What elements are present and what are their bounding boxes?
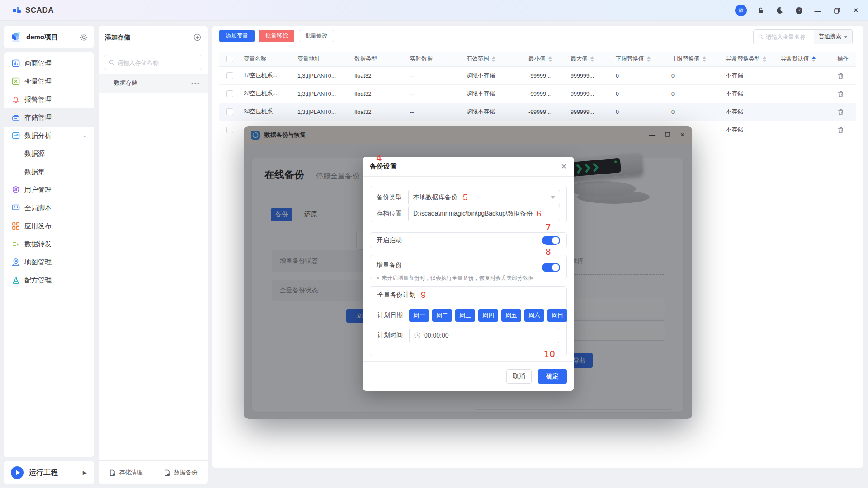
cancel-button[interactable]: 取消 xyxy=(506,369,532,384)
run-expand-arrow-icon[interactable]: ▶ xyxy=(83,469,87,476)
incremental-group: 8 增量备份 未开启增量备份时，仅会执行全量备份，恢复时会丢失部分数据 xyxy=(370,255,567,279)
file-backup-icon xyxy=(164,469,170,476)
sort-icon[interactable] xyxy=(548,56,552,62)
lock-icon[interactable] xyxy=(756,5,766,15)
sidebar-item-map-mgmt[interactable]: 地图管理 xyxy=(4,253,94,271)
row-checkbox[interactable] xyxy=(226,72,233,79)
sidebar-item-recipe-mgmt[interactable]: 配方管理 xyxy=(4,271,94,289)
plan-time-input[interactable]: 00:00:00 xyxy=(409,328,559,343)
sort-icon[interactable] xyxy=(703,56,706,62)
variable-search-input[interactable] xyxy=(766,34,809,40)
table-row: 3#空压机系... 1;3;t|PLANT0... float32 -- 超限不… xyxy=(219,103,856,121)
sidebar-item-user-mgmt[interactable]: 用户管理 xyxy=(4,181,94,199)
annotation-9: 9 xyxy=(421,290,426,300)
batch-edit-button[interactable]: 批量修改 xyxy=(299,30,334,42)
delete-row-trash-icon[interactable] xyxy=(837,127,844,134)
window-close-button[interactable]: ✕ xyxy=(680,131,685,138)
project-name: demo项目 xyxy=(26,33,75,42)
search-icon xyxy=(109,59,115,66)
plan-time-label: 计划时间 xyxy=(377,331,409,339)
add-storage-plus-icon[interactable] xyxy=(193,33,201,41)
backup-type-group: 备份类型 本地数据库备份 5 存档位置 D:\scada\mnmagic\bin… xyxy=(370,186,567,222)
sort-icon-active-asc[interactable] xyxy=(812,56,816,62)
add-variable-button[interactable]: 添加变量 xyxy=(219,30,255,42)
window-minimize-button[interactable]: — xyxy=(649,131,655,138)
day-friday-button[interactable]: 周五 xyxy=(501,309,521,322)
storage-list-item[interactable]: 数据存储 ••• xyxy=(99,74,208,93)
sidebar-item-storage-mgmt[interactable]: 存储管理 xyxy=(4,108,94,127)
sort-icon[interactable] xyxy=(590,56,594,62)
startup-toggle-on[interactable] xyxy=(542,236,560,245)
batch-remove-button[interactable]: 批量移除 xyxy=(259,30,294,42)
storage-search-input[interactable] xyxy=(118,59,197,66)
search-mode-select[interactable]: 普通搜索 xyxy=(814,30,852,44)
plan-date-label: 计划日期 xyxy=(377,311,409,319)
svg-text:?: ? xyxy=(797,8,800,13)
online-backup-heading: 在线备份 xyxy=(264,168,304,182)
delete-row-trash-icon[interactable] xyxy=(837,108,844,116)
run-project-button[interactable]: 运行工程 ▶ xyxy=(4,461,94,484)
archive-location-label: 存档位置 xyxy=(377,210,408,218)
delete-row-trash-icon[interactable] xyxy=(837,72,844,80)
more-dots-icon[interactable]: ••• xyxy=(191,80,200,87)
tab-restore[interactable]: 还原 xyxy=(300,208,321,221)
row-checkbox[interactable] xyxy=(226,90,233,97)
sidebar-item-data-set[interactable]: 数据集 xyxy=(4,163,94,181)
select-all-checkbox[interactable] xyxy=(226,56,233,62)
day-monday-button[interactable]: 周一 xyxy=(409,309,429,322)
project-cube-icon xyxy=(10,31,22,43)
window-maximize-button[interactable] xyxy=(832,5,842,15)
full-backup-plan-group: 全量备份计划 9 计划日期 周一 周二 周三 周四 周五 周六 周日 计划时间 … xyxy=(370,286,567,356)
analysis-icon xyxy=(12,131,20,140)
sidebar-item-alarm-mgmt[interactable]: 报警管理 xyxy=(4,90,94,108)
project-card: demo项目 xyxy=(4,26,94,48)
storage-search-box xyxy=(104,55,202,70)
modal-title: 备份设置 xyxy=(370,162,561,171)
stop-service-backup-tab[interactable]: 停服全量备份 xyxy=(316,172,359,181)
row-checkbox[interactable] xyxy=(226,108,233,115)
sidebar-item-global-script[interactable]: 全局脚本 xyxy=(4,199,94,217)
row-checkbox[interactable] xyxy=(226,127,233,133)
table-row: 2#空压机系... 1;3;t|PLANT0... float32 -- 超限不… xyxy=(219,85,856,103)
delete-row-trash-icon[interactable] xyxy=(837,90,844,98)
sort-icon[interactable] xyxy=(492,56,495,62)
confirm-button[interactable]: 确定 xyxy=(538,369,567,384)
sidebar-item-app-publish[interactable]: 应用发布 xyxy=(4,217,94,235)
window-maximize-button[interactable] xyxy=(665,131,670,138)
table-header-row: 变量名称 变量地址 数据类型 实时数据 有效范围 最小值 最大值 下限替换值 上… xyxy=(219,52,856,67)
annotation-5: 5 xyxy=(463,192,468,202)
archive-location-input[interactable]: D:\scada\mnmagic\bin\pgBackup\数据备份 6 xyxy=(408,206,560,221)
data-backup-button[interactable]: 数据备份 xyxy=(153,461,208,484)
window-minimize-button[interactable]: — xyxy=(813,5,823,15)
annotation-4: 4 xyxy=(376,153,382,164)
sidebar-item-data-forward[interactable]: 数据转发 xyxy=(4,235,94,253)
incremental-toggle-on[interactable] xyxy=(542,263,560,272)
day-wednesday-button[interactable]: 周三 xyxy=(455,309,475,322)
alarm-bell-icon xyxy=(12,95,20,103)
wechat-icon[interactable]: 微 xyxy=(735,5,747,16)
modal-close-icon[interactable]: ✕ xyxy=(561,162,567,171)
storage-clean-button[interactable]: 存储清理 xyxy=(99,461,153,484)
backup-type-select[interactable]: 本地数据库备份 5 xyxy=(408,190,560,205)
help-icon[interactable]: ? xyxy=(794,5,804,15)
day-sunday-button[interactable]: 周日 xyxy=(547,309,567,322)
sort-icon[interactable] xyxy=(763,56,766,62)
clock-icon xyxy=(414,332,420,338)
project-settings-gear-icon[interactable] xyxy=(80,33,88,41)
sidebar-item-screen-mgmt[interactable]: 画面管理 xyxy=(4,54,94,72)
backup-settings-modal: 4 备份设置 ✕ 备份类型 本地数据库备份 5 存档位置 D:\scada\mn… xyxy=(363,157,574,391)
annotation-8: 8 xyxy=(545,246,551,257)
sidebar-item-variable-mgmt[interactable]: 变量管理 xyxy=(4,72,94,90)
dark-mode-moon-icon[interactable] xyxy=(775,5,785,15)
sidebar-item-data-source[interactable]: 数据源 xyxy=(4,145,94,163)
window-close-button[interactable]: ✕ xyxy=(851,5,861,15)
sidebar-item-data-analysis[interactable]: 数据分析 ⌄ xyxy=(4,127,94,145)
incremental-note: 未开启增量备份时，仅会执行全量备份，恢复时会丢失部分数据 xyxy=(377,274,560,282)
day-thursday-button[interactable]: 周四 xyxy=(478,309,498,322)
tab-backup[interactable]: 备份 xyxy=(271,208,292,221)
screen-chart-icon xyxy=(12,59,20,67)
day-saturday-button[interactable]: 周六 xyxy=(524,309,544,322)
day-tuesday-button[interactable]: 周二 xyxy=(432,309,452,322)
sort-icon[interactable] xyxy=(647,56,651,62)
recipe-flask-icon xyxy=(12,276,20,284)
